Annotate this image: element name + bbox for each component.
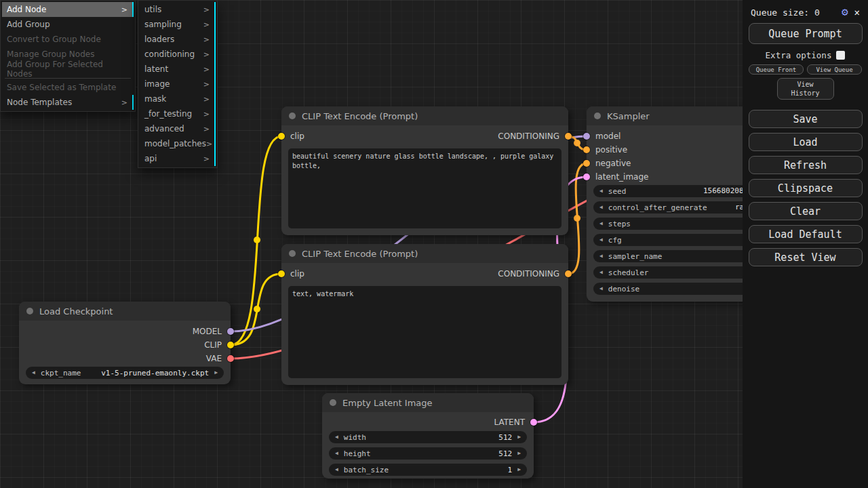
widget-label: batch_size <box>344 466 389 474</box>
clipspace-button[interactable]: Clipspace <box>749 179 863 197</box>
decrement-arrow-icon[interactable]: ◀ <box>335 467 338 472</box>
submenu-item-conditioning[interactable]: conditioning > <box>140 47 216 62</box>
clear-button[interactable]: Clear <box>749 202 863 220</box>
collapse-toggle-icon[interactable] <box>289 250 296 257</box>
latent-image-input-pin[interactable] <box>583 174 590 180</box>
input-slot-positive[interactable]: positive <box>583 143 627 157</box>
decrement-arrow-icon[interactable]: ◀ <box>32 370 35 375</box>
model-input-pin[interactable] <box>583 133 590 140</box>
positive-input-pin[interactable] <box>583 146 590 153</box>
submenu-item-model-patches[interactable]: model_patches > <box>140 136 216 151</box>
output-slot-model[interactable]: MODEL <box>193 325 234 338</box>
decrement-arrow-icon[interactable]: ◀ <box>599 205 603 210</box>
add-node-submenu: utils > sampling > loaders > conditionin… <box>138 0 218 168</box>
submenu-item-image[interactable]: image > <box>140 77 216 92</box>
output-slot-latent[interactable]: LATENT <box>494 415 537 429</box>
reset-view-button[interactable]: Reset View <box>749 248 863 266</box>
decrement-arrow-icon[interactable]: ◀ <box>335 451 338 456</box>
submenu-item-sampling[interactable]: sampling > <box>140 17 216 32</box>
input-slot-clip[interactable]: clip <box>278 129 304 143</box>
model-output-pin[interactable] <box>227 328 234 335</box>
save-button[interactable]: Save <box>749 110 863 128</box>
input-slot-latent-image[interactable]: latent_image <box>583 170 648 184</box>
view-queue-button[interactable]: View Queue <box>807 64 862 75</box>
menu-item-add-node[interactable]: Add Node > <box>2 2 134 17</box>
node-header[interactable]: CLIP Text Encode (Prompt) <box>281 106 568 125</box>
vae-output-pin[interactable] <box>227 355 234 362</box>
load-button[interactable]: Load <box>749 133 863 151</box>
node-empty-latent-image[interactable]: Empty Latent Image LATENT ◀ width 512 ▶ … <box>322 393 534 479</box>
increment-arrow-icon[interactable]: ▶ <box>214 370 218 375</box>
settings-gear-icon[interactable]: ⚙ <box>842 7 848 18</box>
extra-options-row: Extra options <box>766 50 846 60</box>
menu-item-node-templates[interactable]: Node Templates > <box>2 95 134 110</box>
output-slot-vae[interactable]: VAE <box>206 352 234 365</box>
queue-front-button[interactable]: Queue Front <box>749 64 804 75</box>
view-history-button[interactable]: View History <box>777 78 834 100</box>
input-slot-clip[interactable]: clip <box>278 267 304 281</box>
widget-height[interactable]: ◀ height 512 ▶ <box>329 447 527 460</box>
input-slot-negative[interactable]: negative <box>583 157 631 170</box>
submenu-item-advanced[interactable]: advanced > <box>140 121 216 136</box>
decrement-arrow-icon[interactable]: ◀ <box>335 434 338 440</box>
negative-input-pin[interactable] <box>583 160 590 167</box>
node-clip-text-encode-1[interactable]: CLIP Text Encode (Prompt) clip CONDITION… <box>281 106 568 235</box>
decrement-arrow-icon[interactable]: ◀ <box>599 221 603 226</box>
submenu-arrow-icon: > <box>203 20 210 29</box>
output-slot-conditioning[interactable]: CONDITIONING <box>498 267 572 281</box>
submenu-item-utils[interactable]: utils > <box>140 2 216 17</box>
output-slot-conditioning[interactable]: CONDITIONING <box>498 129 572 143</box>
refresh-button[interactable]: Refresh <box>749 156 863 174</box>
decrement-arrow-icon[interactable]: ◀ <box>599 270 603 275</box>
submenu-item-for-testing[interactable]: _for_testing > <box>140 106 216 121</box>
close-menu-icon[interactable]: ✕ <box>854 7 860 17</box>
slot-label: MODEL <box>193 327 222 336</box>
submenu-item-latent[interactable]: latent > <box>140 62 216 77</box>
collapse-toggle-icon[interactable] <box>26 308 33 314</box>
widget-width[interactable]: ◀ width 512 ▶ <box>329 431 527 443</box>
menu-item-label: Node Templates <box>7 98 72 107</box>
collapse-toggle-icon[interactable] <box>330 399 336 406</box>
node-title: KSampler <box>607 111 650 121</box>
input-slot-model[interactable]: model <box>583 129 620 143</box>
node-load-checkpoint[interactable]: Load Checkpoint MODEL CLIP VAE ◀ ckpt_na… <box>19 302 231 384</box>
widget-value: 512 <box>498 433 512 442</box>
clip-input-pin[interactable] <box>278 133 285 140</box>
conditioning-output-pin[interactable] <box>565 133 572 140</box>
node-header[interactable]: CLIP Text Encode (Prompt) <box>281 244 568 263</box>
extra-options-checkbox[interactable] <box>836 51 845 60</box>
decrement-arrow-icon[interactable]: ◀ <box>599 188 603 194</box>
node-header[interactable]: Empty Latent Image <box>322 393 534 412</box>
submenu-item-api[interactable]: api > <box>140 151 216 166</box>
collapse-toggle-icon[interactable] <box>289 113 296 119</box>
output-slot-clip[interactable]: CLIP <box>204 338 234 352</box>
menu-item-add-group[interactable]: Add Group <box>2 17 134 32</box>
queue-prompt-button[interactable]: Queue Prompt <box>749 23 863 44</box>
widget-batch-size[interactable]: ◀ batch_size 1 ▶ <box>329 464 527 476</box>
increment-arrow-icon[interactable]: ▶ <box>517 467 521 472</box>
widget-label: ckpt_name <box>41 369 81 378</box>
increment-arrow-icon[interactable]: ▶ <box>517 434 521 440</box>
node-header[interactable]: Load Checkpoint <box>19 302 231 321</box>
widget-ckpt-name[interactable]: ◀ ckpt_name v1-5-pruned-emaonly.ckpt ▶ <box>26 367 224 379</box>
prompt-textarea[interactable]: beautiful scenery nature glass bottle la… <box>288 148 561 228</box>
decrement-arrow-icon[interactable]: ◀ <box>599 237 603 243</box>
submenu-item-loaders[interactable]: loaders > <box>140 32 216 47</box>
prompt-textarea[interactable]: text, watermark <box>288 286 561 378</box>
decrement-arrow-icon[interactable]: ◀ <box>599 286 603 291</box>
increment-arrow-icon[interactable]: ▶ <box>517 451 521 456</box>
latent-output-pin[interactable] <box>530 419 537 426</box>
submenu-item-mask[interactable]: mask > <box>140 92 216 106</box>
node-clip-text-encode-2[interactable]: CLIP Text Encode (Prompt) clip CONDITION… <box>281 244 568 385</box>
clip-output-pin[interactable] <box>227 342 234 348</box>
comfyui-app: CLIP Text Encode (Prompt) clip CONDITION… <box>0 0 868 488</box>
load-default-button[interactable]: Load Default <box>749 225 863 243</box>
slot-label: latent_image <box>595 172 648 182</box>
decrement-arrow-icon[interactable]: ◀ <box>599 253 603 259</box>
collapse-toggle-icon[interactable] <box>594 113 601 119</box>
conditioning-output-pin[interactable] <box>565 270 572 277</box>
clip-input-pin[interactable] <box>278 270 285 277</box>
slot-label: clip <box>290 269 304 279</box>
menu-item-label: Save Selected as Template <box>7 83 116 92</box>
menu-item-label: image <box>144 79 170 89</box>
